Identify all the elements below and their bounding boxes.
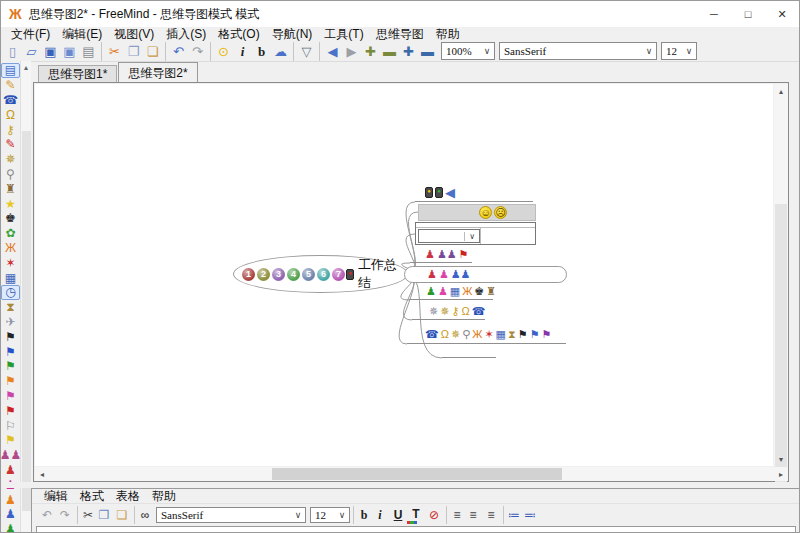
menu-item[interactable]: 导航(N) <box>266 27 319 41</box>
map-canvas[interactable]: 1234567 ● 工作总结 ●●◀ ☺☹ ∨ <box>35 84 773 466</box>
menu-item[interactable]: 格式(O) <box>212 27 265 41</box>
copy-icon[interactable]: ❐ <box>95 506 113 524</box>
menu-item[interactable]: 帮助 <box>146 489 182 503</box>
sidebar-scrollbar[interactable]: ▴ <box>20 61 31 533</box>
open-icon[interactable]: ▱ <box>22 42 41 61</box>
menu-item[interactable]: 格式 <box>74 489 110 503</box>
undo-icon[interactable]: ↶ <box>38 506 56 524</box>
key-icon[interactable]: ⚷ <box>1 122 20 137</box>
penguin-icon[interactable]: ♚ <box>1 211 20 226</box>
star-icon[interactable]: ★ <box>1 196 20 211</box>
print-icon[interactable]: ▤ <box>79 42 98 61</box>
rocket-icon[interactable]: ✈ <box>1 315 20 330</box>
forward-icon[interactable]: ▶ <box>342 42 361 61</box>
person-blue-icon[interactable]: ♟ <box>1 507 20 522</box>
calendar-icon[interactable]: ▦ <box>1 270 20 285</box>
bullet-list-icon[interactable]: ≔ <box>503 506 521 524</box>
hourglass-icon[interactable]: ⧗ <box>1 300 20 315</box>
flag-blue-icon[interactable]: ⚑ <box>1 344 20 359</box>
save-icon[interactable]: ▣ <box>41 42 60 61</box>
minimize-button[interactable]: ─ <box>697 1 731 27</box>
menu-item[interactable]: 编辑 <box>38 489 74 503</box>
menu-item[interactable]: 工具(T) <box>318 27 369 41</box>
italic-icon[interactable]: i <box>371 506 389 524</box>
scroll-left-icon[interactable]: ◂ <box>35 467 49 481</box>
note-edit-area[interactable] <box>36 526 796 533</box>
paste-icon[interactable]: ❏ <box>113 506 131 524</box>
flag-green-icon[interactable]: ⚑ <box>1 359 20 374</box>
note-font-size-select[interactable]: 12 ∨ <box>310 507 350 523</box>
zoom-select[interactable]: 100% ∨ <box>441 42 495 60</box>
cut-icon[interactable]: ✂ <box>77 506 95 524</box>
node-editing[interactable]: ∨ <box>415 222 536 245</box>
font-family-select[interactable]: SansSerif ∨ <box>499 42 657 60</box>
font-size-select[interactable]: 12 ∨ <box>661 42 697 60</box>
edit-combobox[interactable]: ∨ <box>418 229 480 243</box>
person-red-icon[interactable]: ♟ <box>1 463 20 478</box>
flower-icon[interactable]: ✿ <box>1 226 20 241</box>
align-right-icon[interactable]: ≡ <box>482 506 500 524</box>
undo-icon[interactable]: ↶ <box>165 42 188 61</box>
flag-yellow-icon[interactable]: ⚑ <box>1 433 20 448</box>
bold-icon[interactable]: b <box>252 42 271 61</box>
map-tab[interactable]: 思维导图1* <box>38 65 117 82</box>
collapse-icon[interactable]: ▬ <box>380 42 399 61</box>
flag-orange-icon[interactable]: ⚑ <box>1 374 20 389</box>
sidebar-scroll-thumb[interactable] <box>22 131 31 511</box>
align-left-icon[interactable]: ≡ <box>446 506 464 524</box>
person-orange-icon[interactable]: ♟ <box>1 492 20 507</box>
node-traffic-arrows[interactable]: ●●◀ <box>415 183 533 202</box>
node-activities[interactable]: ☎Ω✵⚲Ж✶▦⧗⚑⚑⚑ <box>407 325 566 344</box>
node-team[interactable]: ♟♟♟♟ <box>404 266 567 283</box>
menu-item[interactable]: 编辑(E) <box>56 27 108 41</box>
save-as-icon[interactable]: ▣ <box>60 42 79 61</box>
scroll-down-icon[interactable]: ▾ <box>774 452 788 466</box>
menu-item[interactable]: 帮助 <box>430 27 466 41</box>
flag-red-icon[interactable]: ⚑ <box>1 403 20 418</box>
menu-item[interactable]: 插入(S) <box>160 27 212 41</box>
remove-format-icon[interactable]: ⊘ <box>425 506 443 524</box>
butterfly-icon[interactable]: Ж <box>1 241 20 256</box>
magic-wand-icon[interactable]: ✵ <box>1 152 20 167</box>
menu-item[interactable]: 文件(F) <box>5 27 56 41</box>
underline-icon[interactable]: U <box>389 506 407 524</box>
close-button[interactable]: ✕ <box>765 1 799 27</box>
flag-white-icon[interactable]: ⚐ <box>1 418 20 433</box>
redo-icon[interactable]: ↷ <box>56 506 74 524</box>
bell-icon[interactable]: Ω <box>1 107 20 122</box>
flag-black-icon[interactable]: ⚑ <box>1 329 20 344</box>
flag-pink-icon[interactable]: ⚑ <box>1 389 20 404</box>
clock-icon[interactable]: ◷ <box>1 285 20 300</box>
back-icon[interactable]: ◀ <box>319 42 342 61</box>
maximize-button[interactable]: □ <box>731 1 765 27</box>
filter-icon[interactable]: ▽ <box>293 42 316 61</box>
star-person-icon[interactable]: ✶ <box>1 255 20 270</box>
scroll-up-icon[interactable]: ▴ <box>774 84 788 98</box>
menu-item[interactable]: 思维导图 <box>370 27 430 41</box>
group-icon[interactable]: ♟♟ <box>1 448 20 463</box>
align-center-icon[interactable]: ≡ <box>464 506 482 524</box>
bold-icon[interactable]: b <box>353 506 371 524</box>
note-icon[interactable]: ▤ <box>1 63 20 78</box>
node-empty[interactable] <box>442 350 496 358</box>
zoom-in-icon[interactable]: ✚ <box>399 42 418 61</box>
horizontal-scroll-thumb[interactable] <box>272 468 562 480</box>
root-node[interactable]: 1234567 ● 工作总结 <box>233 255 408 293</box>
redo-icon[interactable]: ↷ <box>188 42 207 61</box>
menu-item[interactable]: 表格 <box>110 489 146 503</box>
map-vertical-scrollbar[interactable]: ▴ ▾ <box>774 84 788 466</box>
copy-icon[interactable]: ❐ <box>124 42 143 61</box>
node-tools[interactable]: ✵✵⚷Ω☎ <box>412 303 485 320</box>
cloud-icon[interactable]: ☁ <box>271 42 290 61</box>
magnifier-icon[interactable]: ⚲ <box>1 167 20 182</box>
node-people-misc[interactable]: ♟♟▦Ж♚♜ <box>409 283 493 300</box>
text-color-icon[interactable]: T <box>407 506 425 524</box>
numbered-list-icon[interactable]: ≕ <box>521 506 539 524</box>
cut-icon[interactable]: ✂ <box>101 42 124 61</box>
person-green-icon[interactable]: ♟ <box>1 522 20 533</box>
expand-icon[interactable]: ✚ <box>361 42 380 61</box>
paste-icon[interactable]: ❏ <box>143 42 162 61</box>
map-horizontal-scrollbar[interactable]: ◂ ▸ <box>35 467 788 481</box>
scroll-up-icon[interactable]: ▴ <box>21 61 31 73</box>
statue-icon[interactable]: ♜ <box>1 181 20 196</box>
